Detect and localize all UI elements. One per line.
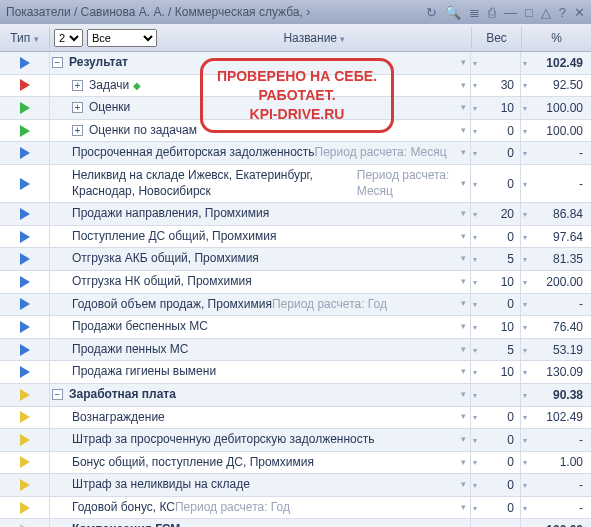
maximize-icon[interactable]: □	[525, 5, 533, 20]
table-row[interactable]: −Заработная плата▾▾▾90.38	[0, 384, 591, 407]
table-row[interactable]: Отгрузка АКБ общий, Промхимия▾▾5▾81.35	[0, 248, 591, 271]
table-row[interactable]: Продажи пенных МС▾▾5▾53.19	[0, 339, 591, 362]
pct-cell[interactable]: ▾200.00	[521, 271, 591, 293]
expand-icon[interactable]: +	[72, 125, 83, 136]
name-cell[interactable]: −Заработная плата▾	[50, 384, 471, 406]
collapse-icon[interactable]: −	[52, 389, 63, 400]
chevron-down-icon[interactable]: ▾	[455, 208, 466, 220]
chevron-down-icon[interactable]: ▾	[455, 411, 466, 423]
weight-cell[interactable]: ▾0	[471, 497, 521, 519]
pct-cell[interactable]: ▾53.19	[521, 339, 591, 361]
list-icon[interactable]: ≣	[469, 5, 480, 20]
chevron-down-icon[interactable]: ▾	[455, 298, 466, 310]
search-icon[interactable]: 🔍	[445, 5, 461, 20]
table-row[interactable]: Годовой бонус, КС Период расчета: Год▾▾0…	[0, 497, 591, 520]
pct-cell[interactable]: ▾-	[521, 142, 591, 164]
weight-cell[interactable]: ▾	[471, 384, 521, 406]
weight-cell[interactable]: ▾10	[471, 271, 521, 293]
name-cell[interactable]: Поступление ДС общий, Промхимия▾	[50, 226, 471, 248]
pct-cell[interactable]: ▾97.64	[521, 226, 591, 248]
pct-cell[interactable]: ▾130.09	[521, 361, 591, 383]
pct-cell[interactable]: ▾92.50	[521, 75, 591, 97]
name-cell[interactable]: +Оценки по задачам▾	[50, 120, 471, 142]
chevron-down-icon[interactable]: ▾	[455, 457, 466, 469]
help-icon[interactable]: ?	[559, 5, 566, 20]
col-weight-header[interactable]: Вес	[471, 27, 521, 49]
table-row[interactable]: Отгрузка НК общий, Промхимия▾▾10▾200.00	[0, 271, 591, 294]
pct-cell[interactable]: ▾102.49	[521, 52, 591, 74]
col-pct-header[interactable]: %	[521, 27, 591, 49]
weight-cell[interactable]: ▾20	[471, 203, 521, 225]
name-cell[interactable]: Годовой бонус, КС Период расчета: Год▾	[50, 497, 471, 519]
close-icon[interactable]: ✕	[574, 5, 585, 20]
pct-cell[interactable]: ▾-	[521, 474, 591, 496]
name-cell[interactable]: Неликвид на складе Ижевск, Екатеринбург,…	[50, 165, 471, 202]
chevron-down-icon[interactable]: ▾	[455, 57, 466, 69]
chevron-down-icon[interactable]: ▾	[455, 253, 466, 265]
table-row[interactable]: Штраф за просроченную дебиторскую задолж…	[0, 429, 591, 452]
col-name-header[interactable]: Название	[157, 27, 471, 49]
table-row[interactable]: Неликвид на складе Ижевск, Екатеринбург,…	[0, 165, 591, 203]
pct-cell[interactable]: ▾102.49	[521, 407, 591, 429]
breadcrumb[interactable]: Показатели / Савинова А. А. / Коммерческ…	[6, 5, 426, 19]
table-row[interactable]: +Оценки по задачам▾▾0▾100.00	[0, 120, 591, 143]
name-cell[interactable]: +Оценки▾	[50, 97, 471, 119]
weight-cell[interactable]: ▾10	[471, 361, 521, 383]
name-cell[interactable]: Продажа гигиены вымени▾	[50, 361, 471, 383]
pct-cell[interactable]: ▾-	[521, 165, 591, 202]
name-cell[interactable]: +Задачи◆▾	[50, 75, 471, 97]
pct-cell[interactable]: ▾100.00	[521, 519, 591, 527]
weight-cell[interactable]: ▾0	[471, 452, 521, 474]
name-cell[interactable]: Продажи беспенных МС▾	[50, 316, 471, 338]
pct-cell[interactable]: ▾-	[521, 497, 591, 519]
pct-cell[interactable]: ▾1.00	[521, 452, 591, 474]
pct-cell[interactable]: ▾-	[521, 429, 591, 451]
weight-cell[interactable]: ▾0	[471, 120, 521, 142]
filter-select-1[interactable]: 2	[54, 29, 83, 47]
expand-icon[interactable]: +	[72, 102, 83, 113]
weight-cell[interactable]: ▾0	[471, 294, 521, 316]
name-cell[interactable]: Отгрузка АКБ общий, Промхимия▾	[50, 248, 471, 270]
name-cell[interactable]: Бонус общий, поступление ДС, Промхимия▾	[50, 452, 471, 474]
pct-cell[interactable]: ▾100.00	[521, 120, 591, 142]
weight-cell[interactable]: ▾10	[471, 316, 521, 338]
chevron-down-icon[interactable]: ▾	[455, 434, 466, 446]
name-cell[interactable]: Годовой объем продаж, Промхимия Период р…	[50, 294, 471, 316]
chevron-down-icon[interactable]: ▾	[455, 502, 466, 514]
minimize-icon[interactable]: —	[504, 5, 517, 20]
weight-cell[interactable]: ▾5	[471, 339, 521, 361]
collapse-icon[interactable]: −	[52, 57, 63, 68]
pct-cell[interactable]: ▾100.00	[521, 97, 591, 119]
weight-cell[interactable]: ▾	[471, 52, 521, 74]
weight-cell[interactable]: ▾0	[471, 226, 521, 248]
table-row[interactable]: Вознаграждение▾▾0▾102.49	[0, 407, 591, 430]
chevron-down-icon[interactable]: ▾	[455, 321, 466, 333]
export-icon[interactable]: ⎙	[488, 5, 496, 20]
table-row[interactable]: −Результат▾▾▾102.49	[0, 52, 591, 75]
refresh-icon[interactable]: ↻	[426, 5, 437, 20]
table-row[interactable]: Поступление ДС общий, Промхимия▾▾0▾97.64	[0, 226, 591, 249]
chevron-down-icon[interactable]: ▾	[455, 389, 466, 401]
name-cell[interactable]: Вознаграждение▾	[50, 407, 471, 429]
name-cell[interactable]: Продажи направления, Промхимия▾	[50, 203, 471, 225]
chevron-down-icon[interactable]: ▾	[455, 102, 466, 114]
chevron-down-icon[interactable]: ▾	[455, 366, 466, 378]
chevron-down-icon[interactable]: ▾	[455, 479, 466, 491]
print-icon[interactable]: △	[541, 5, 551, 20]
table-row[interactable]: Продажи беспенных МС▾▾10▾76.40	[0, 316, 591, 339]
weight-cell[interactable]: ▾0	[471, 165, 521, 202]
table-row[interactable]: Бонус общий, поступление ДС, Промхимия▾▾…	[0, 452, 591, 475]
weight-cell[interactable]: ▾0	[471, 429, 521, 451]
table-row[interactable]: +Оценки▾▾10▾100.00	[0, 97, 591, 120]
table-row[interactable]: Просроченная дебиторская задолженность П…	[0, 142, 591, 165]
chevron-down-icon[interactable]: ▾	[455, 344, 466, 356]
pct-cell[interactable]: ▾86.84	[521, 203, 591, 225]
table-row[interactable]: Штраф за неликвиды на складе▾▾0▾-	[0, 474, 591, 497]
name-cell[interactable]: Компенсация ГСМ▾	[50, 519, 471, 527]
chevron-down-icon[interactable]: ▾	[455, 80, 466, 92]
name-cell[interactable]: Штраф за неликвиды на складе▾	[50, 474, 471, 496]
weight-cell[interactable]: ▾10	[471, 97, 521, 119]
table-row[interactable]: Продажи направления, Промхимия▾▾20▾86.84	[0, 203, 591, 226]
chevron-down-icon[interactable]: ▾	[455, 231, 466, 243]
chevron-down-icon[interactable]: ▾	[455, 147, 466, 159]
